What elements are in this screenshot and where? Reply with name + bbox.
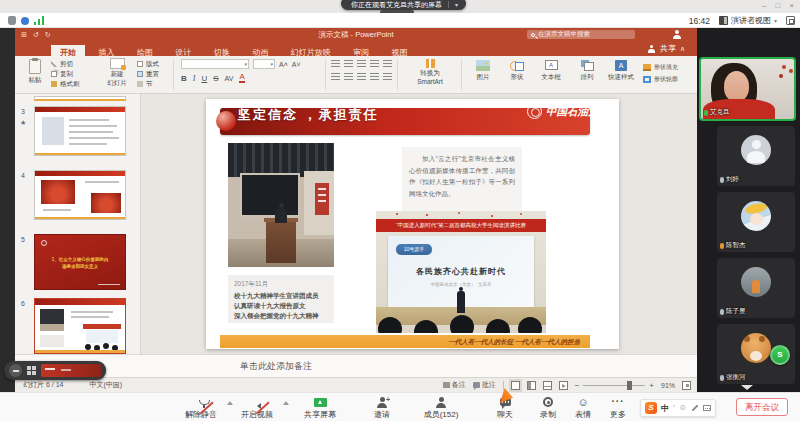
meeting-float-preview[interactable] [4,361,106,380]
participant-tile[interactable]: 陈智杰 [717,192,795,252]
thumbnail-slide-3[interactable] [34,106,126,156]
grow-font-button[interactable]: A˄ [279,61,288,68]
share-screen-button[interactable]: 共享屏幕 [297,396,343,420]
cut-button[interactable]: 剪切 [51,59,80,69]
shape-outline-button[interactable]: 形状轮廓 [643,73,695,85]
shape-fill-button[interactable]: 形状填充 [643,61,695,73]
slideshow-view-button[interactable] [559,381,568,390]
info-icon[interactable] [21,17,29,25]
shrink-font-button[interactable]: A˅ [292,61,301,68]
participant-tile[interactable]: 刘婷 [717,126,795,186]
participant-video-tile[interactable]: 艾克旦 [699,57,796,121]
ime-toolbar[interactable]: S 中 ’ ☺ [640,399,716,417]
normal-view-button[interactable] [511,381,520,390]
font-size-select[interactable] [253,59,275,69]
leave-meeting-button[interactable]: 离开会议 [736,398,788,416]
fit-slide-button[interactable] [682,381,691,390]
screen-share-banner[interactable]: 你正在观看艾克旦共享的屏幕 ▾ [341,0,466,10]
language-indicator[interactable]: 中文(中国) [89,380,122,390]
collapse-icon[interactable] [9,364,22,377]
font-name-select[interactable] [181,59,249,69]
reading-view-button[interactable] [543,381,552,390]
section-button[interactable]: 节 [137,79,159,89]
slide-title[interactable]: 坚定信念 ，承担责任 [238,106,379,124]
underline-button[interactable]: U [201,74,207,83]
record-button[interactable]: 录制 [533,396,563,420]
tell-me-search[interactable]: 在演示文稿中搜索 [527,30,635,39]
classroom-photo[interactable] [228,143,334,267]
numbering-icon[interactable] [344,60,353,68]
thumbnail-slide-5[interactable]: 1、社会主义核心价值观的内 涵要求和现实意义 [34,234,126,290]
slide-bottom-quote[interactable]: 一代人有一代人的长征 一代人有一代人的担当 [220,335,590,348]
character-spacing-button[interactable]: AV [225,75,234,82]
ppt-share-button[interactable]: 共享 ∧ [648,41,685,56]
slide-thumbnail-panel[interactable]: 3 ★ 4 [15,94,141,354]
new-slide-button[interactable]: 新建 幻灯片 [101,58,133,88]
ime-emoji-icon[interactable]: ☺ [679,404,687,412]
notes-toggle-button[interactable]: 备注 [443,380,466,390]
strikethrough-button[interactable]: S [213,74,218,83]
quick-styles-button[interactable]: A 快速样式 [603,59,639,82]
invite-button[interactable]: + 邀请 [367,396,397,420]
zoom-in-button[interactable]: + [649,381,654,390]
zoom-out-button[interactable]: − [575,381,580,390]
insert-picture-button[interactable]: 图片 [467,59,499,82]
columns-icon[interactable] [383,73,392,81]
account-icon[interactable] [672,30,681,39]
comments-toggle-button[interactable]: 批注 [473,380,496,390]
format-painter-button[interactable]: 格式刷 [51,79,80,89]
more-button[interactable]: ··· 更多 [603,396,633,420]
reset-button[interactable]: 重置 [137,69,159,79]
scroll-more-participants-icon[interactable] [741,385,753,390]
security-icon[interactable] [8,16,16,25]
thumbnail-slide-4[interactable] [34,170,126,220]
chevron-down-icon[interactable]: ▾ [455,1,458,8]
insert-textbox-button[interactable]: A 文本框 [535,59,567,82]
ime-pen-icon[interactable] [691,404,698,411]
floating-green-badge[interactable]: S [770,345,790,365]
participant-tile[interactable]: 陈子昱 [717,258,795,318]
slide-sorter-view-button[interactable] [527,381,536,390]
sogou-input-icon[interactable]: S [645,402,657,414]
indent-decrease-icon[interactable] [357,60,366,68]
close-button[interactable]: × [789,1,794,11]
bullets-icon[interactable] [331,60,340,68]
zoom-percentage[interactable]: 91% [661,382,675,389]
slide-edit-area[interactable]: 坚定信念 ，承担责任 中国石油大学 加入“云之行”北京市社会主义核心价值观新媒体… [141,94,697,354]
audio-options-chevron[interactable] [227,401,233,405]
thumbnail-slide-6-selected[interactable] [34,298,126,354]
justify-icon[interactable] [370,73,379,81]
zoom-slider[interactable] [583,385,645,386]
ime-punctuation-icon[interactable]: ’ [673,404,675,412]
restore-button[interactable]: □ [775,1,780,11]
arrange-button[interactable]: 排列 [571,59,603,82]
fullscreen-icon[interactable] [786,16,795,25]
paste-button[interactable]: 粘贴 [23,59,47,85]
thumbnail-slide-2-partial[interactable] [34,96,126,101]
notes-placeholder[interactable]: 单击此处添加备注 [240,355,312,378]
save-icon[interactable]: ⊞ [21,29,27,40]
slide-body-textbox[interactable]: 加入“云之行”北京市社会主义核心价值观新媒体传播工作室，共同创作《扣好人生第一粒… [402,147,522,213]
insert-shapes-button[interactable]: 形状 [501,59,533,82]
contest-photo[interactable]: “中国进入新时代”第二届首都高校大学生阅读演讲比赛 10号选手 各民族齐心共赴新… [376,211,546,333]
emoji-button[interactable]: ☺ 表情 [568,396,598,420]
unmute-button[interactable]: 解除静音 [178,396,224,420]
align-right-icon[interactable] [357,73,366,81]
layout-grid-icon[interactable] [27,366,36,375]
ime-keyboard-icon[interactable] [703,405,711,411]
indent-increase-icon[interactable] [370,60,379,68]
bold-button[interactable]: B [181,74,187,83]
italic-button[interactable]: I [193,74,196,83]
minimize-button[interactable]: – [762,1,766,11]
align-center-icon[interactable] [344,73,353,81]
slide-caption-box[interactable]: 2017年11月 校十九大精神学生宣讲团成员 认真研读十九大报告原文 深入领会把… [228,275,334,323]
start-video-button[interactable]: 开启视频 [234,396,280,420]
copy-button[interactable]: 复制 [51,69,80,79]
undo-icon[interactable]: ↺ [33,29,39,40]
video-options-chevron[interactable] [283,401,289,405]
view-mode-switch[interactable]: 演讲者视图 ▾ [719,15,777,26]
slide-canvas[interactable]: 坚定信念 ，承担责任 中国石油大学 加入“云之行”北京市社会主义核心价值观新媒体… [206,99,619,349]
line-spacing-icon[interactable] [383,60,392,68]
zoom-slider-thumb[interactable] [627,381,632,390]
ime-mode-chinese[interactable]: 中 [661,403,669,414]
